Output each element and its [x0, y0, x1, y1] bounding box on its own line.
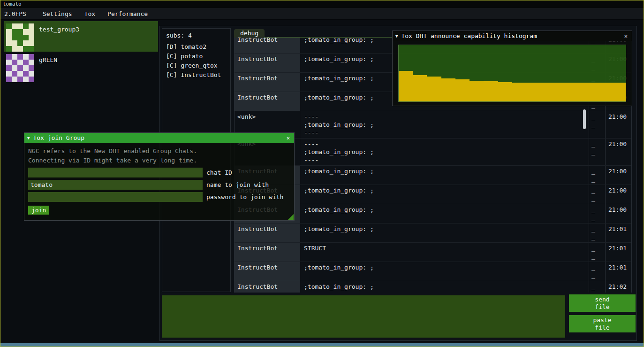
contact-name: test_group3	[39, 23, 79, 33]
histogram-bar	[455, 79, 460, 101]
join-window-body: NGC refers to the New DHT enabled Group …	[24, 143, 294, 218]
chat-message: ---- ;tomato_in_group: ; ----	[300, 111, 589, 138]
join-password-input[interactable]	[28, 192, 203, 202]
histogram-bar	[427, 77, 432, 101]
histogram-bar	[540, 83, 545, 101]
histogram-bar	[437, 77, 441, 101]
chat-row[interactable]: InstructBot;tomato_in_group: ;_ _21:02	[235, 281, 631, 293]
chat-message: STRUCT	[300, 243, 589, 262]
contact-name: gREEN	[39, 54, 57, 63]
histogram-window-title: Tox DHT announce capability histogram	[401, 32, 537, 39]
chat-flags: _ _	[589, 111, 606, 138]
histogram-bar	[550, 83, 555, 101]
chat-author: InstructBot	[235, 54, 300, 72]
join-window-title: Tox join Group	[33, 134, 84, 141]
chat-author: InstructBot	[235, 243, 300, 262]
tab-debug[interactable]: debug	[234, 29, 265, 39]
message-input[interactable]	[162, 295, 565, 338]
group-avatar	[6, 23, 34, 52]
chat-author: InstructBot	[235, 38, 300, 53]
collapse-arrow-icon[interactable]: ▼	[395, 34, 398, 39]
chat-flags: _ _	[589, 281, 606, 293]
histogram-bar	[417, 75, 422, 101]
chat-flags: _ _	[589, 204, 606, 223]
chat-row[interactable]: InstructBot;tomato_in_group: ;_ _21:01	[235, 224, 631, 243]
histogram-window-titlebar[interactable]: ▼ Tox DHT announce capability histogram …	[393, 31, 632, 41]
chat-flags: _ _	[589, 166, 606, 185]
histogram-plot	[398, 45, 626, 102]
histogram-bar	[460, 79, 465, 101]
chat-message: ---- ;tomato_in_group: ; ----	[300, 139, 589, 165]
histogram-bar	[592, 83, 597, 101]
chat-row[interactable]: InstructBotSTRUCT_ _21:01	[235, 243, 631, 262]
subs-count: subs: 4	[166, 32, 227, 39]
histogram-bar	[413, 75, 417, 101]
histogram-bar	[583, 83, 588, 101]
histogram-bar	[616, 83, 621, 101]
contact-test-group3[interactable]: test_group3	[4, 21, 158, 52]
histogram-bar	[531, 83, 536, 101]
menu-performance[interactable]: Performance	[101, 8, 154, 19]
chat-id-input[interactable]	[28, 168, 203, 177]
histogram-bar	[484, 81, 488, 101]
histogram-bar	[474, 81, 479, 101]
chat-flags: _ _	[589, 224, 606, 242]
contact-green[interactable]: gREEN	[4, 52, 158, 82]
chat-message: ;tomato_in_group: ;	[300, 262, 589, 281]
histogram-bar	[479, 81, 484, 101]
chat-message: ;tomato_in_group: ;	[300, 185, 589, 204]
bottom-strip	[0, 343, 644, 347]
join-description-line2: Connecting via ID might take a very long…	[28, 156, 290, 165]
join-password-label: password to join with	[206, 193, 283, 200]
join-window-titlebar[interactable]: ▼ Tox join Group ✕	[24, 133, 294, 143]
chat-message: ;tomato_in_group: ;	[300, 204, 589, 223]
histogram-bar	[526, 83, 531, 101]
chat-author: InstructBot	[235, 92, 300, 111]
histogram-bar	[612, 83, 616, 101]
chat-time: 21:00	[606, 111, 631, 138]
scrollbar-thumb[interactable]	[583, 109, 586, 129]
send-file-button[interactable]: send file	[569, 294, 636, 312]
histogram-bar	[470, 81, 474, 101]
chat-id-label: chat ID	[206, 169, 232, 176]
histogram-bar	[545, 83, 550, 101]
histogram-bar	[588, 83, 592, 101]
histogram-bar	[569, 83, 574, 101]
histogram-bar	[512, 83, 517, 101]
collapse-arrow-icon[interactable]: ▼	[27, 136, 30, 140]
resize-grip-icon[interactable]	[288, 214, 294, 220]
chat-author: InstructBot	[235, 73, 300, 92]
sub-item-tomato2[interactable]: [D] tomato2	[166, 42, 227, 52]
sub-item-instructbot[interactable]: [C] InstructBot	[166, 70, 227, 80]
close-icon[interactable]: ✕	[285, 135, 291, 141]
histogram-window: ▼ Tox DHT announce capability histogram …	[392, 31, 632, 106]
chat-message: ;tomato_in_group: ;	[300, 281, 589, 293]
sub-item-green-qtox[interactable]: [C] green_qtox	[166, 61, 227, 70]
menu-tox[interactable]: Tox	[78, 8, 101, 19]
menu-settings[interactable]: Settings	[37, 8, 78, 19]
histogram-bar	[403, 71, 408, 101]
menu-bar: 2.0FPS Settings Tox Performance	[0, 8, 644, 20]
histogram-bar	[498, 82, 503, 101]
close-icon[interactable]: ✕	[623, 33, 629, 39]
histogram-bar	[564, 83, 569, 101]
histogram-bar	[578, 83, 583, 101]
histogram-bar	[446, 78, 451, 101]
paste-file-button[interactable]: paste file	[569, 315, 636, 332]
chat-message: ;tomato_in_group: ;	[300, 224, 589, 242]
os-titlebar[interactable]: tomato	[0, 0, 644, 8]
sub-item-potato[interactable]: [C] potato	[166, 52, 227, 61]
histogram-bar	[488, 81, 493, 101]
chat-time: 21:00	[606, 166, 631, 185]
join-button[interactable]: join	[28, 206, 49, 215]
histogram-bar	[451, 78, 455, 101]
app-window: tomato 2.0FPS Settings Tox Performance t…	[0, 0, 644, 347]
join-name-input[interactable]	[28, 180, 203, 190]
join-group-window: ▼ Tox join Group ✕ NGC refers to the New…	[24, 132, 295, 221]
chat-time: 21:00	[606, 204, 631, 223]
chat-row[interactable]: InstructBot;tomato_in_group: ;_ _21:01	[235, 262, 631, 281]
chat-time: 21:01	[606, 243, 631, 262]
histogram-bar	[574, 83, 578, 101]
group-avatar	[6, 54, 34, 82]
histogram-bar	[432, 77, 437, 101]
